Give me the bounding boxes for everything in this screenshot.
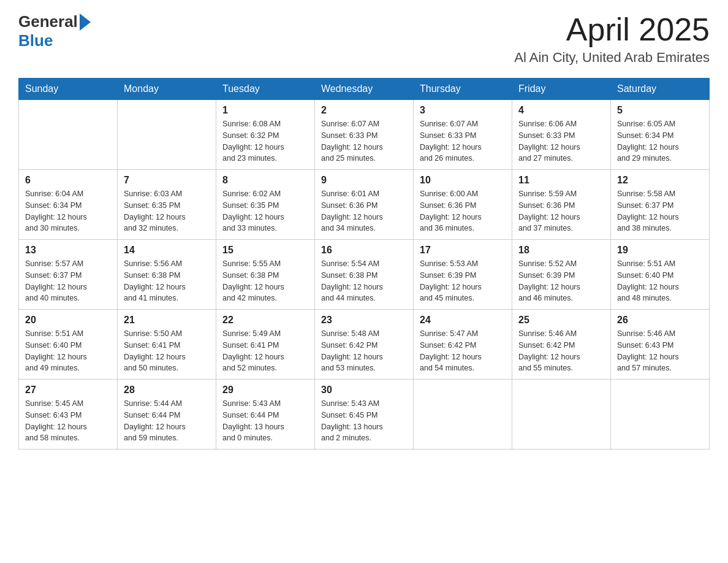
col-friday: Friday [512, 79, 611, 100]
table-row: 12Sunrise: 5:58 AMSunset: 6:37 PMDayligh… [611, 170, 710, 240]
table-row: 4Sunrise: 6:06 AMSunset: 6:33 PMDaylight… [512, 100, 611, 170]
table-row: 13Sunrise: 5:57 AMSunset: 6:37 PMDayligh… [19, 240, 118, 310]
day-info: Sunrise: 5:43 AMSunset: 6:45 PMDaylight:… [321, 398, 407, 444]
day-number: 12 [617, 175, 703, 186]
day-info: Sunrise: 6:05 AMSunset: 6:34 PMDaylight:… [617, 118, 703, 164]
page-title: April 2025 [514, 12, 710, 47]
table-row: 22Sunrise: 5:49 AMSunset: 6:41 PMDayligh… [216, 310, 315, 380]
day-number: 25 [518, 315, 604, 326]
calendar-week-3: 13Sunrise: 5:57 AMSunset: 6:37 PMDayligh… [19, 240, 710, 310]
table-row: 29Sunrise: 5:43 AMSunset: 6:44 PMDayligh… [216, 380, 315, 450]
table-row: 27Sunrise: 5:45 AMSunset: 6:43 PMDayligh… [19, 380, 118, 450]
day-info: Sunrise: 5:59 AMSunset: 6:36 PMDaylight:… [518, 188, 604, 234]
table-row: 23Sunrise: 5:48 AMSunset: 6:42 PMDayligh… [315, 310, 414, 380]
calendar-week-1: 1Sunrise: 6:08 AMSunset: 6:32 PMDaylight… [19, 100, 710, 170]
day-info: Sunrise: 5:48 AMSunset: 6:42 PMDaylight:… [321, 328, 407, 374]
table-row: 21Sunrise: 5:50 AMSunset: 6:41 PMDayligh… [118, 310, 216, 380]
day-info: Sunrise: 5:51 AMSunset: 6:40 PMDaylight:… [25, 328, 111, 374]
day-number: 19 [617, 245, 703, 256]
day-number: 3 [420, 105, 506, 116]
page-subtitle: Al Ain City, United Arab Emirates [514, 50, 710, 66]
day-number: 10 [420, 175, 506, 186]
day-number: 9 [321, 175, 407, 186]
logo: General Blue [18, 12, 91, 50]
day-info: Sunrise: 6:01 AMSunset: 6:36 PMDaylight:… [321, 188, 407, 234]
day-number: 21 [124, 315, 210, 326]
calendar-table: Sunday Monday Tuesday Wednesday Thursday… [18, 78, 710, 450]
day-number: 7 [124, 175, 210, 186]
day-info: Sunrise: 6:06 AMSunset: 6:33 PMDaylight:… [518, 118, 604, 164]
col-tuesday: Tuesday [216, 79, 315, 100]
day-info: Sunrise: 5:49 AMSunset: 6:41 PMDaylight:… [222, 328, 308, 374]
day-info: Sunrise: 6:08 AMSunset: 6:32 PMDaylight:… [222, 118, 308, 164]
title-block: April 2025 Al Ain City, United Arab Emir… [514, 12, 710, 66]
day-number: 20 [25, 315, 111, 326]
day-info: Sunrise: 6:07 AMSunset: 6:33 PMDaylight:… [420, 118, 506, 164]
day-number: 16 [321, 245, 407, 256]
col-thursday: Thursday [414, 79, 512, 100]
day-info: Sunrise: 5:55 AMSunset: 6:38 PMDaylight:… [222, 258, 308, 304]
col-saturday: Saturday [611, 79, 710, 100]
table-row: 24Sunrise: 5:47 AMSunset: 6:42 PMDayligh… [414, 310, 512, 380]
day-number: 11 [518, 175, 604, 186]
day-info: Sunrise: 5:50 AMSunset: 6:41 PMDaylight:… [124, 328, 210, 374]
day-number: 13 [25, 245, 111, 256]
day-number: 24 [420, 315, 506, 326]
table-row [19, 100, 118, 170]
calendar-week-2: 6Sunrise: 6:04 AMSunset: 6:34 PMDaylight… [19, 170, 710, 240]
day-info: Sunrise: 5:53 AMSunset: 6:39 PMDaylight:… [420, 258, 506, 304]
day-number: 6 [25, 175, 111, 186]
day-info: Sunrise: 6:04 AMSunset: 6:34 PMDaylight:… [25, 188, 111, 234]
day-number: 23 [321, 315, 407, 326]
col-sunday: Sunday [19, 79, 118, 100]
day-info: Sunrise: 5:57 AMSunset: 6:37 PMDaylight:… [25, 258, 111, 304]
day-number: 2 [321, 105, 407, 116]
day-number: 15 [222, 245, 308, 256]
day-info: Sunrise: 5:58 AMSunset: 6:37 PMDaylight:… [617, 188, 703, 234]
table-row: 11Sunrise: 5:59 AMSunset: 6:36 PMDayligh… [512, 170, 611, 240]
day-number: 30 [321, 385, 407, 396]
day-number: 1 [222, 105, 308, 116]
table-row [118, 100, 216, 170]
calendar-week-4: 20Sunrise: 5:51 AMSunset: 6:40 PMDayligh… [19, 310, 710, 380]
table-row: 16Sunrise: 5:54 AMSunset: 6:38 PMDayligh… [315, 240, 414, 310]
table-row: 1Sunrise: 6:08 AMSunset: 6:32 PMDaylight… [216, 100, 315, 170]
day-number: 14 [124, 245, 210, 256]
day-info: Sunrise: 5:52 AMSunset: 6:39 PMDaylight:… [518, 258, 604, 304]
logo-general-text: General [18, 12, 78, 31]
day-info: Sunrise: 5:56 AMSunset: 6:38 PMDaylight:… [124, 258, 210, 304]
table-row: 10Sunrise: 6:00 AMSunset: 6:36 PMDayligh… [414, 170, 512, 240]
day-number: 22 [222, 315, 308, 326]
col-wednesday: Wednesday [315, 79, 414, 100]
table-row: 17Sunrise: 5:53 AMSunset: 6:39 PMDayligh… [414, 240, 512, 310]
table-row: 6Sunrise: 6:04 AMSunset: 6:34 PMDaylight… [19, 170, 118, 240]
day-info: Sunrise: 6:03 AMSunset: 6:35 PMDaylight:… [124, 188, 210, 234]
table-row: 26Sunrise: 5:46 AMSunset: 6:43 PMDayligh… [611, 310, 710, 380]
table-row: 19Sunrise: 5:51 AMSunset: 6:40 PMDayligh… [611, 240, 710, 310]
day-info: Sunrise: 5:44 AMSunset: 6:44 PMDaylight:… [124, 398, 210, 444]
day-info: Sunrise: 5:54 AMSunset: 6:38 PMDaylight:… [321, 258, 407, 304]
logo-blue-text: Blue [18, 31, 53, 50]
calendar-header-row: Sunday Monday Tuesday Wednesday Thursday… [19, 79, 710, 100]
day-number: 17 [420, 245, 506, 256]
col-monday: Monday [118, 79, 216, 100]
day-info: Sunrise: 5:47 AMSunset: 6:42 PMDaylight:… [420, 328, 506, 374]
table-row: 14Sunrise: 5:56 AMSunset: 6:38 PMDayligh… [118, 240, 216, 310]
table-row: 20Sunrise: 5:51 AMSunset: 6:40 PMDayligh… [19, 310, 118, 380]
day-number: 8 [222, 175, 308, 186]
table-row: 3Sunrise: 6:07 AMSunset: 6:33 PMDaylight… [414, 100, 512, 170]
table-row: 25Sunrise: 5:46 AMSunset: 6:42 PMDayligh… [512, 310, 611, 380]
table-row: 2Sunrise: 6:07 AMSunset: 6:33 PMDaylight… [315, 100, 414, 170]
day-info: Sunrise: 6:02 AMSunset: 6:35 PMDaylight:… [222, 188, 308, 234]
table-row: 8Sunrise: 6:02 AMSunset: 6:35 PMDaylight… [216, 170, 315, 240]
table-row: 18Sunrise: 5:52 AMSunset: 6:39 PMDayligh… [512, 240, 611, 310]
day-number: 4 [518, 105, 604, 116]
day-number: 27 [25, 385, 111, 396]
table-row [611, 380, 710, 450]
day-info: Sunrise: 6:07 AMSunset: 6:33 PMDaylight:… [321, 118, 407, 164]
table-row: 5Sunrise: 6:05 AMSunset: 6:34 PMDaylight… [611, 100, 710, 170]
day-number: 28 [124, 385, 210, 396]
logo-triangle-icon [80, 13, 91, 31]
day-number: 29 [222, 385, 308, 396]
page-header: General Blue April 2025 Al Ain City, Uni… [18, 12, 710, 66]
